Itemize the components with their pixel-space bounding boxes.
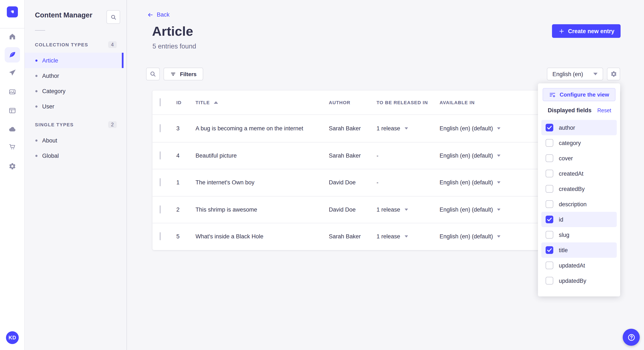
displayed-fields-title: Displayed fields (548, 107, 592, 114)
sidebar-section: COLLECTION TYPES4ArticleAuthorCategoryUs… (25, 37, 124, 114)
section-count-badge: 2 (108, 121, 117, 128)
cell-released[interactable]: - (376, 179, 378, 186)
field-checkbox[interactable] (546, 154, 553, 162)
column-header-available[interactable]: AVAILABLE IN (440, 100, 475, 105)
release-dropdown-icon[interactable] (404, 236, 408, 238)
field-label: title (559, 247, 568, 253)
home-icon[interactable] (5, 29, 20, 44)
create-new-entry-button[interactable]: Create new entry (552, 24, 620, 38)
view-settings-button[interactable] (607, 68, 620, 80)
field-toggle-row[interactable]: updatedAt (541, 258, 617, 273)
row-checkbox[interactable] (160, 151, 160, 160)
column-header-id[interactable]: ID (176, 100, 182, 105)
sidebar-search-button[interactable] (106, 10, 120, 24)
sidebar-item-category[interactable]: Category (25, 83, 124, 99)
column-header-released[interactable]: TO BE RELEASED IN (376, 100, 428, 105)
field-checkbox[interactable] (546, 246, 553, 254)
column-header-title[interactable]: TITLE (196, 100, 218, 105)
deploy-icon[interactable] (5, 122, 20, 137)
locale-dropdown-icon[interactable] (497, 236, 501, 238)
cell-id: 5 (176, 233, 180, 240)
column-header-author[interactable]: AUTHOR (329, 100, 350, 105)
cell-available[interactable]: English (en) (default) (440, 125, 501, 132)
cell-released[interactable]: 1 release (376, 125, 408, 132)
field-checkbox[interactable] (546, 139, 553, 147)
locale-dropdown-icon[interactable] (497, 181, 501, 184)
field-checkbox[interactable] (546, 231, 553, 239)
title-divider (35, 30, 45, 31)
field-checkbox[interactable] (546, 200, 553, 208)
field-toggle-row[interactable]: createdBy (541, 181, 617, 196)
field-toggle-row[interactable]: cover (541, 151, 617, 166)
row-checkbox[interactable] (160, 205, 160, 213)
content-manager-icon[interactable] (5, 47, 20, 62)
configure-the-view-button[interactable]: Configure the view (543, 88, 616, 101)
content-type-builder-icon[interactable] (5, 103, 20, 118)
settings-icon[interactable] (5, 159, 20, 174)
field-toggle-row[interactable]: updatedBy (541, 273, 617, 288)
sidebar-item-author[interactable]: Author (25, 68, 124, 83)
chevron-down-icon (593, 73, 598, 75)
field-toggle-row[interactable]: slug (541, 227, 617, 242)
locale-select[interactable]: English (en) (547, 68, 603, 80)
row-checkbox[interactable] (160, 232, 160, 240)
cell-available[interactable]: English (en) (default) (440, 206, 501, 213)
field-toggle-row[interactable]: category (541, 135, 617, 151)
sidebar-item-label: About (42, 137, 57, 144)
cell-title: The internet's Own boy (196, 179, 254, 186)
cell-available[interactable]: English (en) (default) (440, 153, 501, 159)
reset-link[interactable]: Reset (597, 107, 611, 113)
list-search-button[interactable] (146, 68, 160, 80)
cell-available[interactable]: English (en) (default) (440, 179, 501, 186)
field-label: description (559, 201, 587, 207)
field-checkbox[interactable] (546, 262, 553, 269)
cell-available[interactable]: English (en) (default) (440, 233, 501, 240)
cell-released[interactable]: 1 release (376, 233, 408, 240)
sidebar-item-about[interactable]: About (25, 133, 124, 148)
locale-dropdown-icon[interactable] (497, 127, 501, 130)
field-toggle-row[interactable]: id (541, 212, 617, 227)
locale-value: English (en) (552, 71, 583, 77)
sidebar-item-label: Article (42, 57, 58, 64)
locale-dropdown-icon[interactable] (497, 155, 501, 157)
sidebar-item-global[interactable]: Global (25, 148, 124, 163)
media-library-icon[interactable] (5, 84, 20, 100)
sidebar-item-user[interactable]: User (25, 99, 124, 114)
field-checkbox[interactable] (546, 216, 553, 223)
row-checkbox[interactable] (160, 124, 160, 132)
field-checkbox[interactable] (546, 277, 553, 285)
filters-button[interactable]: Filters (164, 68, 203, 80)
content-manager-app: KD Content Manager COLLECTION TYPES4Arti… (0, 0, 644, 350)
section-count-badge: 4 (108, 41, 117, 48)
sidebar-item-article[interactable]: Article (25, 53, 124, 68)
field-checkbox[interactable] (546, 170, 553, 177)
cell-title: What's inside a Black Hole (196, 233, 264, 240)
marketplace-icon[interactable] (5, 139, 20, 154)
row-checkbox[interactable] (160, 178, 160, 186)
cell-released[interactable]: - (376, 153, 378, 159)
section-label: SINGLE TYPES (35, 122, 74, 127)
help-button[interactable] (623, 329, 640, 346)
bullet-icon (35, 90, 38, 92)
field-toggle-row[interactable]: author (541, 120, 617, 135)
field-toggle-row[interactable]: description (541, 196, 617, 212)
field-label: id (559, 216, 563, 223)
select-all-checkbox[interactable] (160, 98, 160, 106)
field-checkbox[interactable] (546, 185, 553, 193)
field-label: createdAt (559, 170, 584, 177)
main-nav-rail: KD (0, 0, 25, 350)
release-dropdown-icon[interactable] (404, 127, 408, 130)
user-avatar[interactable]: KD (6, 331, 19, 344)
releases-icon[interactable] (5, 65, 20, 80)
field-checkbox[interactable] (546, 124, 553, 131)
field-toggle-row[interactable]: title (541, 242, 617, 258)
locale-dropdown-icon[interactable] (497, 209, 501, 211)
search-icon (110, 14, 116, 20)
strapi-logo[interactable] (7, 6, 18, 17)
field-toggle-row[interactable]: createdAt (541, 166, 617, 181)
cell-id: 1 (176, 179, 180, 186)
cell-title: Beautiful picture (196, 153, 237, 159)
release-dropdown-icon[interactable] (404, 209, 408, 211)
cell-released[interactable]: 1 release (376, 206, 408, 213)
back-link[interactable]: Back (147, 11, 170, 18)
